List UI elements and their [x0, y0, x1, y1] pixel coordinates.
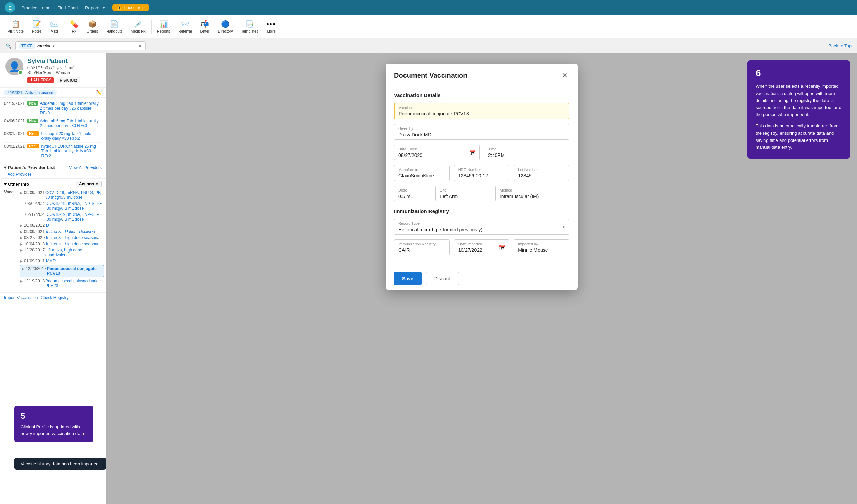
time-label: Time	[488, 147, 496, 151]
nav-help[interactable]: ⚠️ I need help	[112, 4, 149, 11]
nav-find-chart[interactable]: Find Chart	[57, 5, 78, 10]
record-type-arrow[interactable]: ▼	[562, 224, 566, 229]
vacc-item-3: ▶ 10/08/2012 DT	[20, 222, 104, 229]
vacc-text-5[interactable]: Influenza, high dose seasonal	[46, 235, 100, 240]
toolbar-rx[interactable]: 💊 Rx	[66, 17, 83, 36]
clear-icon[interactable]: ✕	[138, 43, 142, 49]
calendar-icon[interactable]: 📅	[469, 149, 476, 156]
edit-icon[interactable]: ✏️	[96, 90, 102, 95]
manufacturer-field: Manufacturer	[394, 165, 450, 181]
toolbar-notes[interactable]: 📝 Notes	[28, 17, 46, 36]
nav-reports[interactable]: Reports	[85, 5, 101, 10]
vacc-text-8[interactable]: MMR	[46, 259, 56, 263]
toolbar-handouts[interactable]: 📄 Handouts	[102, 17, 126, 36]
badge-refill-2: Refill	[27, 144, 39, 148]
visit-note-icon: 📋	[11, 20, 20, 28]
vacc-text-0[interactable]: COVID-19, mRNA, LNP-S, PF, 30 mcg/0.3 mL…	[45, 190, 104, 200]
toolbar-reports[interactable]: 📊 Reports	[153, 17, 174, 36]
method-field: Method	[495, 186, 569, 201]
actions-button[interactable]: Actions ▼	[76, 181, 102, 187]
discard-button[interactable]: Discard	[426, 272, 459, 285]
lot-field: Lot Number	[514, 165, 569, 181]
immunization-registry-title: Immunization Registry	[394, 208, 569, 214]
other-info-arrow[interactable]: ▾	[4, 182, 7, 187]
vacc-expand-0[interactable]: ▶	[20, 191, 23, 195]
vacc-text-6[interactable]: Influenza, high dose seasonal	[46, 242, 100, 246]
toolbar-visit-note[interactable]: 📋 Visit Note	[3, 17, 28, 36]
toolbar-divider-2	[151, 20, 152, 34]
check-registry-link[interactable]: Check Registry	[41, 295, 69, 300]
vacc-date-0: 09/09/2021	[24, 190, 44, 195]
item-text-1[interactable]: Adderall 5 mg Tab 1 tablet orally 2 time…	[40, 101, 102, 115]
help-label: I need help	[124, 5, 144, 10]
registry-info-row: Immunization Registry Date Imported 📅 Im…	[394, 239, 569, 255]
vacc-text-9[interactable]: Pneumococcal conjugate PCV13	[47, 266, 102, 276]
search-input-wrap: TEXT: ✕	[15, 41, 146, 50]
toolbar-msg[interactable]: ✉️ Msg	[46, 17, 63, 36]
item-text-2[interactable]: Adderall 5 mg Tab 1 tablet orally 2 time…	[40, 119, 102, 128]
online-badge	[18, 70, 23, 75]
imported-by-field: Imported by	[514, 239, 569, 255]
toolbar-templates[interactable]: 📑 Templates	[237, 17, 263, 36]
handouts-label: Handouts	[106, 29, 122, 33]
risk-badge: RISK 0.42	[57, 77, 80, 83]
search-tag: TEXT:	[19, 43, 35, 49]
time-input[interactable]	[484, 145, 569, 160]
handouts-icon: 📄	[110, 20, 119, 28]
back-to-top[interactable]: Back to Top	[828, 43, 852, 48]
save-button[interactable]: Save	[394, 272, 422, 285]
toolbar-more[interactable]: ••• More	[263, 17, 280, 36]
vacc-text-2[interactable]: COVID-19, mRNA, LNP-S, PF, 30 mcg/0.3 mL…	[47, 212, 104, 222]
toolbar-referral[interactable]: 📨 Referral	[174, 17, 196, 36]
orders-icon: 📦	[88, 20, 97, 28]
referral-icon: 📨	[181, 20, 189, 28]
vacc-item-4: ▶ 09/09/2021 Influenza, Patient Declined	[20, 229, 104, 235]
step6-line2: This data is automatically transferred f…	[756, 123, 842, 151]
item-text-4[interactable]: hydroCHLOROthiazide 25 mg Tab 1 tablet o…	[41, 144, 102, 158]
vacc-date-10: 12/19/2018	[24, 279, 44, 283]
vacc-text-7[interactable]: Influenza, high dose, quadrivalent	[45, 248, 104, 257]
mfr-ndc-lot-row: Manufacturer NDC Number Lot Number	[394, 165, 569, 181]
provider-expand-arrow[interactable]: ▾	[4, 165, 7, 170]
vacc-item-6: ▶ 10/04/2018 Influenza, high dose season…	[20, 241, 104, 247]
vaccine-input[interactable]	[395, 103, 569, 119]
vacc-text-10[interactable]: Pneumococcal polysaccharide PPV23	[45, 279, 104, 288]
vacc-text-3[interactable]: DT	[46, 223, 51, 228]
actions-label: Actions	[79, 182, 94, 186]
vacc-text-1[interactable]: COVID-19, mRNA, LNP-S, PF, 30 mcg/0.3 mL…	[47, 201, 104, 211]
given-by-input[interactable]	[394, 124, 569, 139]
vacc-text-4[interactable]: Influenza, Patient Declined	[46, 229, 95, 234]
imm-registry-field: Immunization Registry	[394, 239, 450, 255]
toolbar-directory[interactable]: 🔵 Directory	[214, 17, 237, 36]
toolbar-meds-hx[interactable]: 💉 Meds Hx	[126, 17, 149, 36]
vacc-item-9-highlighted: ▶ 12/20/2017 Pneumococcal conjugate PCV1…	[20, 265, 104, 277]
patient-avatar: 👤	[5, 58, 23, 75]
item-text-3[interactable]: Lisinopril 20 mg Tab 1 tablet orally dai…	[41, 131, 102, 141]
modal-title: Document Vaccination	[394, 72, 468, 79]
site-field: Site	[435, 186, 491, 201]
date-imported-calendar-icon[interactable]: 📅	[499, 244, 506, 251]
view-all-providers[interactable]: View All Providers	[69, 165, 102, 170]
search-input[interactable]	[37, 43, 136, 48]
add-provider-btn[interactable]: + Add Provider	[0, 171, 106, 178]
vacc-date-7: 12/20/2017	[24, 248, 44, 253]
provider-section-header: ▾ Patient's Provider List View All Provi…	[0, 162, 106, 171]
modal-close-button[interactable]: ✕	[560, 71, 569, 80]
toast-message: Vaccine history data has been imported.	[21, 461, 100, 466]
import-vaccination-link[interactable]: Import Vaccination	[4, 295, 38, 300]
vaccination-modal: Document Vaccination ✕ Vaccination Detai…	[386, 64, 578, 290]
insurance-bar: 4/9/2021 - Active Insurance ✏️	[0, 88, 106, 98]
nav-practice-home[interactable]: Practice Home	[21, 5, 50, 10]
vacc-date-9: 12/20/2017	[26, 266, 46, 271]
insurance-tag: 4/9/2021 - Active Insurance	[4, 90, 57, 95]
vacc-date-3: 10/08/2012	[24, 223, 45, 228]
toolbar-letter[interactable]: 📬 Letter	[196, 17, 214, 36]
patient-info: Sylvia Patient 07/31/1950 (71 yrs, 7 mo)…	[27, 58, 80, 83]
badge-refill-1: Refill	[27, 131, 39, 136]
vacc-bullet-5: ▶	[20, 236, 23, 240]
toolbar-orders[interactable]: 📦 Orders	[83, 17, 102, 36]
content-area: Document Vaccination ✕ Vaccination Detai…	[106, 53, 857, 504]
vaccine-label: Vaccine	[399, 106, 412, 110]
vacc-bullet-10: ▶	[20, 279, 23, 283]
provider-section-title: ▾ Patient's Provider List	[4, 165, 55, 170]
